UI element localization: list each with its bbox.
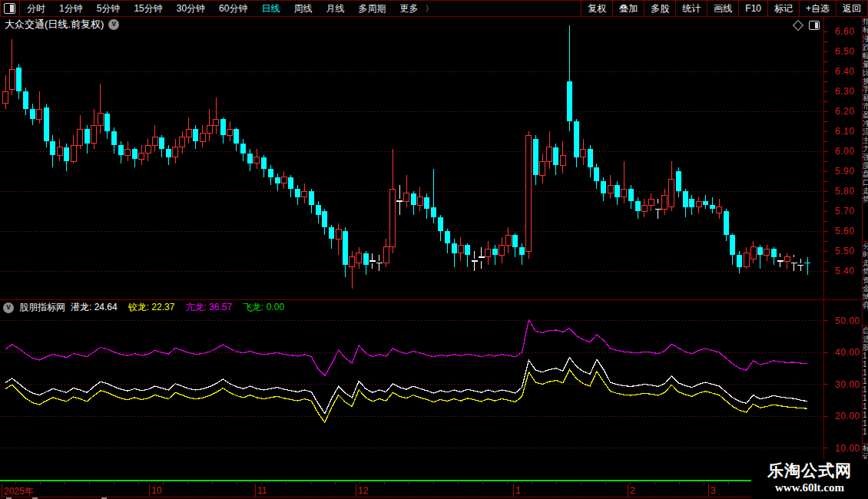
toolbar-button-2[interactable]: 多股 [644, 1, 675, 16]
watermark: 乐淘公式网 www.60lt.com [751, 459, 868, 499]
price-axis-label: 5.70 [835, 206, 854, 216]
period-tab-bar: 分时1分钟5分钟15分钟30分钟60分钟日线周线月线多周期更多〉 [20, 1, 438, 16]
period-tab-3[interactable]: 15分钟 [127, 1, 169, 16]
right-edge-panel[interactable]: 指标涨跌幅量比换手额市盈净流主力强度盘口走势分时走势资金博弈自选股1111111… [863, 17, 868, 497]
panel-corner-icons [794, 21, 820, 30]
period-tab-10[interactable]: 更多 [393, 1, 425, 16]
price-axis-label: 6.00 [835, 146, 854, 157]
toolbar-button-7[interactable]: +自选 [799, 1, 836, 16]
date-axis-label: 1 [515, 485, 521, 496]
toolbar-button-6[interactable]: 标记 [767, 1, 799, 16]
title-row: 大众交通(日线.前复权) v [5, 18, 119, 31]
toolbar-button-4[interactable]: 画线 [707, 1, 738, 16]
indicator-header: v 股朋指标网 潜龙: 24.64铰龙: 22.37亢龙: 36.57飞龙: 0… [3, 301, 295, 314]
diamond-icon[interactable] [793, 20, 803, 31]
toolbar-button-8[interactable]: 返回 [836, 1, 867, 16]
period-tab-5[interactable]: 60分钟 [212, 1, 254, 16]
price-axis-label: 6.20 [835, 106, 854, 117]
period-tab-6[interactable]: 日线 [254, 1, 287, 16]
maximize-panel-icon[interactable] [809, 21, 820, 30]
price-axis-label: 5.40 [835, 266, 854, 276]
period-tab-1[interactable]: 1分钟 [52, 1, 90, 16]
indicator-readouts: 潜龙: 24.64铰龙: 22.37亢龙: 36.57飞龙: 0.00 [71, 301, 295, 314]
price-axis-label: 5.50 [835, 246, 854, 256]
date-axis-label: 2025年 [4, 485, 34, 498]
indicator-axis-label: 10.00 [835, 443, 860, 454]
indicator-axis-label: 40.00 [835, 347, 860, 358]
period-tab-0[interactable]: 分时 [20, 1, 52, 16]
toolbar-button-5[interactable]: F10 [738, 1, 767, 16]
panel-layout-icon[interactable] [4, 3, 15, 14]
price-axis-label: 6.60 [835, 26, 854, 37]
indicator-readout-1: 铰龙: 22.37 [128, 302, 175, 312]
indicator-readout-2: 亢龙: 36.57 [185, 302, 232, 312]
price-axis-label: 5.80 [835, 186, 854, 197]
indicator-readout-3: 飞龙: 0.00 [243, 302, 284, 312]
more-arrow-icon[interactable]: 〉 [425, 3, 438, 15]
indicator-source-label: 股朋指标网 [19, 301, 65, 314]
watermark-url: www.60lt.com [751, 481, 868, 494]
indicator-axis-label: 50.00 [835, 316, 860, 326]
toolbar-button-0[interactable]: 复权 [581, 1, 612, 16]
period-tab-9[interactable]: 多周期 [351, 1, 393, 16]
toolbar-right: 复权叠加多股统计画线F10标记+自选返回 [581, 1, 867, 16]
date-axis-label: 11 [257, 485, 267, 496]
indicator-axis-label: 30.00 [835, 379, 860, 390]
period-tab-4[interactable]: 30分钟 [170, 1, 212, 16]
side-tab-3[interactable]: 自选股1111111111 [863, 326, 868, 444]
tdx-window: 分时1分钟5分钟15分钟30分钟60分钟日线周线月线多周期更多〉 复权叠加多股统… [0, 0, 868, 499]
date-axis-label: 2 [630, 485, 635, 496]
collapse-panel-icon[interactable]: v [3, 302, 14, 313]
price-axis-label: 6.30 [835, 86, 854, 97]
price-axis-label: 6.40 [835, 66, 854, 77]
date-axis-label: 3 [711, 485, 716, 496]
price-axis-label: 5.90 [835, 166, 854, 177]
toolbar-button-3[interactable]: 统计 [675, 1, 707, 16]
date-axis-label: 10 [151, 485, 161, 496]
period-tab-8[interactable]: 月线 [319, 1, 351, 16]
watermark-site-name: 乐淘公式网 [751, 461, 868, 481]
price-axis-label: 6.50 [835, 46, 854, 57]
period-tab-7[interactable]: 周线 [287, 1, 319, 16]
period-tab-2[interactable]: 5分钟 [90, 1, 128, 16]
stock-title: 大众交通(日线.前复权) [5, 18, 104, 31]
chart-canvas[interactable] [0, 0, 868, 499]
toolbar-button-1[interactable]: 叠加 [612, 1, 644, 16]
price-axis-label: 6.10 [835, 126, 854, 137]
indicator-axis-label: 20.00 [835, 411, 860, 421]
price-axis-label: 5.60 [835, 226, 854, 236]
side-tab-0[interactable]: 指标 [863, 17, 868, 35]
chevron-down-icon[interactable]: v [108, 19, 119, 30]
date-axis-label: 12 [358, 485, 368, 496]
top-toolbar: 分时1分钟5分钟15分钟30分钟60分钟日线周线月线多周期更多〉 复权叠加多股统… [0, 0, 868, 17]
side-tab-1[interactable]: 涨跌幅量比换手额市盈净流主力强度盘口走势 [863, 35, 868, 242]
side-tab-2[interactable]: 分时走势资金博弈 [863, 242, 868, 326]
indicator-readout-0: 潜龙: 24.64 [71, 302, 118, 312]
